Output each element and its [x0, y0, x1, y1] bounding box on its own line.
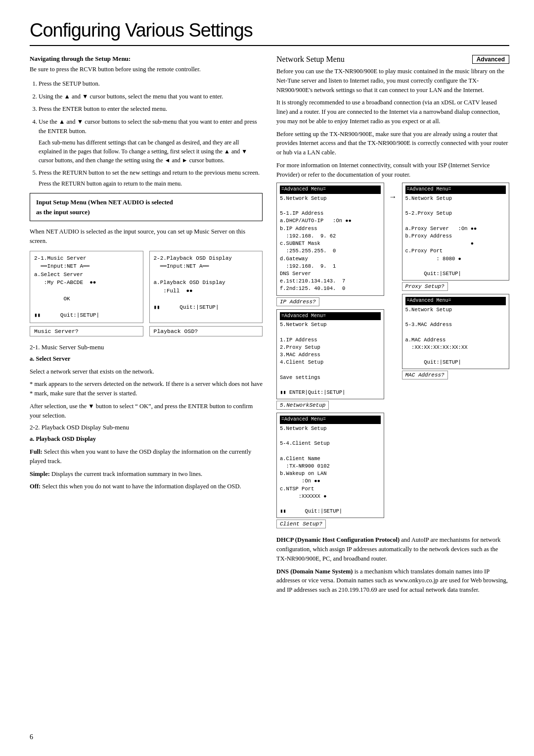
- screen-client: =Advanced Menu= 5.Network Setup 5-4.Clie…: [276, 413, 384, 518]
- step-5: Press the RETURN button to set the new s…: [39, 168, 263, 189]
- network-setup-title: Network Setup Menu: [276, 55, 472, 64]
- sub21-title: 2-1. Music Server Sub-menu: [30, 343, 263, 351]
- bottom-para-dhcp: DHCP (Dynamic Host Configuration Protoco…: [276, 535, 509, 563]
- step-1: Press the SETUP button.: [39, 79, 263, 89]
- screen-label-music: Music Server?: [30, 326, 143, 336]
- screen-ip-container: =Advanced Menu= 5.Network Setup 5-1.IP A…: [276, 183, 384, 306]
- network-setup-label: 5.NetworkSetup: [276, 401, 329, 410]
- screen-label-playback: Playback OSD?: [149, 326, 263, 336]
- right-intro-2: It is strongly recommended to use a broa…: [276, 98, 509, 126]
- bottom-para-dns: DNS (Domain Name System) is a mechanism …: [276, 567, 509, 595]
- screen-playback-osd: 2-2.Playback OSD Display ══Input:NET A══…: [149, 251, 263, 323]
- sub22-full: Full: Select this when you want to have …: [30, 447, 263, 466]
- sub22-a-label: a. Playback OSD Display: [30, 434, 263, 444]
- mac-address-label: MAC Address?: [402, 371, 448, 379]
- sub21-note: * mark appears to the servers detected o…: [30, 379, 263, 398]
- advanced-badge: Advanced: [472, 55, 509, 64]
- screen-mac: =Advanced Menu= 5.Network Setup 5-3.MAC …: [402, 294, 510, 369]
- left-column: Navigating through the Setup Menu: Be su…: [30, 55, 263, 598]
- sub21-after: After selection, use the ▼ button to sel…: [30, 402, 263, 421]
- step-3: Press the ENTER button to enter the sele…: [39, 104, 263, 114]
- right-screens-stack: =Advanced Menu= 5.Network Setup 5-2.Prox…: [402, 183, 510, 379]
- sub21-a-text: Select a network server that exists on t…: [30, 367, 263, 377]
- screen-labels-row: Music Server? Playback OSD?: [30, 326, 263, 336]
- right-intro-1: Before you can use the TX-NR900/900E to …: [276, 67, 509, 94]
- nav-intro: Be sure to press the RCVR button before …: [30, 65, 263, 74]
- step-5-sub: Press the RETURN button again to return …: [39, 179, 263, 188]
- client-setup-label: Client Setup?: [276, 520, 326, 528]
- left-screens-stack: =Advanced Menu= 5.Network Setup 5-1.IP A…: [276, 183, 384, 528]
- page-title: Configuring Various Settings: [30, 20, 509, 46]
- screen-proxy: =Advanced Menu= 5.Network Setup 5-2.Prox…: [402, 183, 510, 281]
- screen-netsetup-container: =Advanced Menu= 5.Network Setup 1.IP Add…: [276, 309, 384, 410]
- right-intro-4: For more information on Internet connect…: [276, 161, 509, 180]
- right-column: Network Setup Menu Advanced Before you c…: [276, 55, 509, 598]
- step-2: Using the ▲ and ▼ cursor buttons, select…: [39, 92, 263, 101]
- ip-address-label: IP Address?: [276, 297, 319, 306]
- screen-client-container: =Advanced Menu= 5.Network Setup 5-4.Clie…: [276, 413, 384, 528]
- nav-heading: Navigating through the Setup Menu:: [30, 55, 263, 63]
- sub22-simple: Simple: Displays the current track infor…: [30, 470, 263, 479]
- page-number: 6: [30, 733, 33, 741]
- screen-netsetup: =Advanced Menu= 5.Network Setup 1.IP Add…: [276, 309, 384, 400]
- when-text: When NET AUDIO is selected as the input …: [30, 227, 263, 246]
- right-intro-3: Before setting up the TX-NR900/900E, mak…: [276, 130, 509, 157]
- proxy-setup-label: Proxy Setup?: [402, 282, 448, 291]
- sub22-title: 2-2. Playback OSD Display Sub-menu: [30, 424, 263, 431]
- sub22-off: Off: Select this when you do not want to…: [30, 482, 263, 491]
- screen-pair: 2-1.Music Server ══Input:NET A══ a.Selec…: [30, 251, 263, 323]
- screen-proxy-container: =Advanced Menu= 5.Network Setup 5-2.Prox…: [402, 183, 510, 291]
- step-4-sub: Each sub-menu has different settings tha…: [39, 138, 263, 165]
- arrow-right: →: [389, 183, 397, 201]
- screen-music-server: 2-1.Music Server ══Input:NET A══ a.Selec…: [30, 251, 143, 323]
- input-setup-box: Input Setup Menu (When NET AUDIO is sele…: [30, 193, 263, 221]
- network-setup-header: Network Setup Menu Advanced: [276, 55, 509, 64]
- sub21-a-label: a. Select Server: [30, 354, 263, 364]
- screen-mac-container: =Advanced Menu= 5.Network Setup 5-3.MAC …: [402, 294, 510, 379]
- screen-ip: =Advanced Menu= 5.Network Setup 5-1.IP A…: [276, 183, 384, 295]
- steps-list: Press the SETUP button. Using the ▲ and …: [39, 79, 263, 189]
- bottom-paras: DHCP (Dynamic Host Configuration Protoco…: [276, 535, 509, 595]
- step-4: Use the ▲ and ▼ cursor buttons to select…: [39, 117, 263, 165]
